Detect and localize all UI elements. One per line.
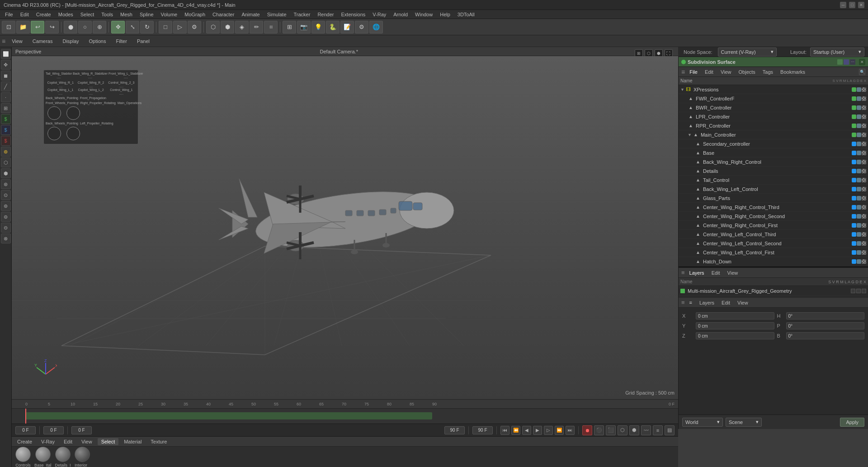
curve-btn[interactable]: 〰 (641, 425, 651, 435)
attr-menu-icon[interactable]: ≡ (681, 299, 685, 306)
toolbar-redo[interactable]: ↪ (45, 21, 59, 33)
play-btn[interactable]: ▶ (533, 426, 542, 435)
lt-move2[interactable]: ✥ (1, 60, 11, 70)
attr-x-field[interactable]: 0 cm (696, 312, 774, 319)
next-btn[interactable]: ▷ (544, 426, 553, 435)
mat-tab-vray[interactable]: V-Ray (38, 438, 58, 445)
lt-select[interactable]: ⬜ (1, 49, 11, 59)
obj-row-cwrs[interactable]: ▲ Center_Wing_Right_Control_Second (679, 212, 868, 221)
obj-row-details[interactable]: ▲ Details (679, 167, 868, 176)
menu-file[interactable]: File (2, 11, 16, 18)
toolbar-web[interactable]: 🌐 (369, 21, 383, 33)
lt-s6[interactable]: ⬢ (1, 168, 11, 178)
toolbar-snap3[interactable]: ◈ (235, 21, 249, 33)
toolbar-snap2[interactable]: ⬢ (221, 21, 234, 33)
sub-display[interactable]: Display (59, 38, 82, 45)
mat-item-interior[interactable]: Interior_ (75, 447, 90, 467)
obj-tab-edit[interactable]: Edit (702, 68, 716, 76)
mat-tab-create[interactable]: Create (14, 438, 36, 445)
key-btn[interactable]: ⬛ (606, 425, 616, 435)
toolbar-rotate[interactable]: ↻ (140, 21, 154, 33)
current-frame-field2[interactable]: 0 F (71, 426, 92, 434)
toolbar-move[interactable]: ✥ (111, 21, 125, 33)
obj-row-base[interactable]: ▲ Base (679, 148, 868, 157)
toolbar-scale[interactable]: ⤡ (126, 21, 139, 33)
timeline-bar[interactable] (25, 412, 432, 419)
menu-simulate[interactable]: Simulate (264, 11, 290, 18)
mat-item-details[interactable]: Details_I (55, 447, 71, 467)
lt-s5[interactable]: ⬡ (1, 157, 11, 167)
obj-tab-objects[interactable]: Objects (736, 68, 758, 76)
menu-3dtoall[interactable]: 3DToAll (454, 11, 478, 18)
obj-row-hatch[interactable]: ▲ Hatch_Down (679, 257, 868, 266)
lt-s9[interactable]: ⊚ (1, 201, 11, 211)
toolbar-new[interactable]: ⊡ (2, 21, 15, 33)
lt-uvw[interactable]: ⊞ (1, 103, 11, 113)
toolbar-open[interactable]: 📁 (16, 21, 30, 33)
cp-circle4[interactable] (66, 127, 80, 140)
attr-tab-layers[interactable]: Layers (697, 299, 717, 306)
menu-window[interactable]: Window (412, 11, 436, 18)
sub-toolbar-menu[interactable]: ≡ (2, 38, 5, 45)
layers-tab-view[interactable]: View (725, 269, 741, 276)
subdiv-close-btn[interactable]: ✕ (859, 59, 865, 65)
toolbar-paint[interactable]: ✏ (250, 21, 263, 33)
close-btn[interactable]: ✕ (858, 2, 864, 8)
menu-edit[interactable]: Edit (17, 11, 32, 18)
toolbar-snap1[interactable]: ⬡ (206, 21, 220, 33)
layers-menu-icon[interactable]: ≡ (681, 269, 685, 276)
goto-start-btn[interactable]: ⏮ (500, 426, 509, 435)
end-frame-field1[interactable]: 90 F (444, 426, 465, 434)
lt-poly[interactable]: ◼ (1, 71, 11, 81)
obj-tab-view[interactable]: View (718, 68, 734, 76)
toolbar-grid[interactable]: ⊞ (283, 21, 296, 33)
menu-modes[interactable]: Modes (55, 11, 76, 18)
lt-s10[interactable]: ⊜ (1, 212, 11, 222)
toolbar-render1[interactable]: □ (159, 21, 172, 33)
cp-circle1[interactable] (47, 106, 61, 120)
attr-tab-mode[interactable]: = (687, 299, 695, 306)
obj-row-rpr[interactable]: ▲ RPR_Controller (679, 121, 868, 130)
menu-extensions[interactable]: Extensions (338, 11, 368, 18)
lt-s8[interactable]: ⊙ (1, 190, 11, 200)
obj-row-cwrt[interactable]: ▲ Center_Wing_Right_Control_Third (679, 203, 868, 212)
menu-spline[interactable]: Spline (137, 11, 157, 18)
layers-tab-edit[interactable]: Edit (709, 269, 723, 276)
attr-z-field[interactable]: 0 cm (696, 332, 774, 339)
lt-s1[interactable]: $ (1, 114, 11, 124)
obj-row-cwrf[interactable]: ▲ Center_Wing_Right_Control_First (679, 221, 868, 230)
lt-edge[interactable]: ╱ (1, 81, 11, 91)
mat-tab-select[interactable]: Select (98, 438, 119, 445)
next-frame-btn[interactable]: ⏩ (555, 426, 564, 435)
menu-arnold[interactable]: Arnold (390, 11, 411, 18)
menu-vray[interactable]: V-Ray (369, 11, 389, 18)
menu-help[interactable]: Help (437, 11, 453, 18)
obj-tab-bookmarks[interactable]: Bookmarks (778, 68, 808, 76)
attr-tab-view[interactable]: View (735, 299, 751, 306)
toolbar-hier[interactable]: ⊕ (93, 21, 106, 33)
obj-row-cwlf[interactable]: ▲ Center_Wing_Left_Control_First (679, 248, 868, 257)
coord-space-dropdown[interactable]: World ▾ (682, 418, 723, 427)
sub-cameras[interactable]: Cameras (29, 38, 57, 45)
menu-mograph[interactable]: MoGraph (181, 11, 208, 18)
attr-p-field[interactable]: 0° (786, 322, 865, 329)
obj-row-cwls[interactable]: ▲ Center_Wing_Left_Control_Second (679, 239, 868, 248)
menu-volume[interactable]: Volume (158, 11, 181, 18)
menu-create[interactable]: Create (33, 11, 54, 18)
obj-row-tail[interactable]: ▲ Tail_Control (679, 176, 868, 185)
menu-animate[interactable]: Animate (238, 11, 263, 18)
toolbar-python[interactable]: 🐍 (326, 21, 340, 33)
lt-s7[interactable]: ⊛ (1, 179, 11, 189)
toolbar-live[interactable]: ⬤ (64, 21, 77, 33)
obj-row-secondary[interactable]: ▲ Secondary_controller (679, 139, 868, 148)
current-frame-field1[interactable]: 0 F (43, 426, 64, 434)
minimize-btn[interactable]: ─ (840, 2, 846, 8)
menu-tools[interactable]: Tools (98, 11, 116, 18)
obj-row-back-wing-left[interactable]: ▲ Back_Wing_Left_Control (679, 185, 868, 194)
start-frame-field[interactable]: 0 F (15, 426, 36, 434)
menu-tracker[interactable]: Tracker (291, 11, 314, 18)
autokey-btn[interactable]: ⚫ (594, 425, 604, 435)
record-btn[interactable]: ⏺ (582, 425, 592, 435)
end-frame-field2[interactable]: 90 F (472, 426, 493, 434)
apply-button[interactable]: Apply (840, 418, 864, 427)
